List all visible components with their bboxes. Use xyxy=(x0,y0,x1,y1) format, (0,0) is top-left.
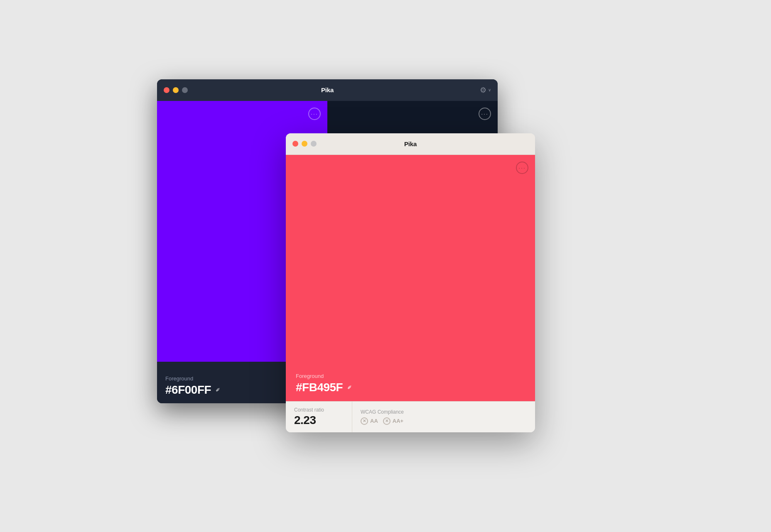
foreground-label-front: Foreground xyxy=(296,373,352,379)
foreground-hex-front: #FB495F xyxy=(296,381,343,394)
contrast-ratio-value-front: 2.23 xyxy=(294,414,344,427)
wcag-aa-plus-x-front: ✕ xyxy=(383,417,390,425)
window-front: Pika ··· Foreground #FB495F ✒ Contrast r… xyxy=(286,133,535,432)
wcag-aa-badge-front: ✕ AA xyxy=(361,417,378,425)
gear-menu-button[interactable]: ⚙ ∨ xyxy=(480,86,491,95)
foreground-info-front: Foreground #FB495F ✒ xyxy=(286,366,362,401)
stats-bar-front: Contrast ratio 2.23 WCAG Compliance ✕ AA… xyxy=(286,401,535,432)
contrast-ratio-label-front: Contrast ratio xyxy=(294,407,344,413)
eyedropper-icon-fg-front[interactable]: ✒ xyxy=(345,382,354,392)
info-bar-front: Foreground #FB495F ✒ xyxy=(286,366,535,401)
wcag-aa-plus-badge-front: ✕ AA+ xyxy=(383,417,403,425)
contrast-ratio-section-front: Contrast ratio 2.23 xyxy=(286,402,352,432)
more-options-button-front[interactable]: ··· xyxy=(516,162,528,174)
foreground-panel-front: ··· xyxy=(286,155,535,366)
eyedropper-icon-fg-back[interactable]: ✒ xyxy=(213,385,223,395)
minimize-button-front[interactable] xyxy=(302,141,307,147)
foreground-value-row-front: #FB495F ✒ xyxy=(296,381,352,394)
wcag-aa-label-front: AA xyxy=(370,418,378,424)
window-title-back: Pika xyxy=(321,86,334,93)
titlebar-back: Pika ⚙ ∨ xyxy=(157,79,498,101)
wcag-label-front: WCAG Compliance xyxy=(361,409,404,415)
traffic-lights-back xyxy=(164,87,188,93)
traffic-lights-front xyxy=(292,141,317,147)
close-button-front[interactable] xyxy=(292,141,298,147)
minimize-button-back[interactable] xyxy=(173,87,179,93)
foreground-hex-back: #6F00FF xyxy=(165,383,211,397)
wcag-section-front: WCAG Compliance ✕ AA ✕ AA+ xyxy=(352,402,412,432)
chevron-down-icon: ∨ xyxy=(488,88,491,92)
fullscreen-button-front[interactable] xyxy=(311,141,317,147)
more-options-button-bg[interactable]: ··· xyxy=(479,108,491,120)
wcag-aa-plus-label-front: AA+ xyxy=(393,418,403,424)
gear-icon: ⚙ xyxy=(480,86,486,95)
wcag-aa-x-front: ✕ xyxy=(361,417,368,425)
wcag-badges-front: ✕ AA ✕ AA+ xyxy=(361,417,404,425)
more-options-button-fg[interactable]: ··· xyxy=(308,108,321,120)
titlebar-front: Pika xyxy=(286,133,535,155)
close-button-back[interactable] xyxy=(164,87,169,93)
scene: Pika ⚙ ∨ ··· ··· Foreground #6F00FF ✒ xyxy=(157,79,614,453)
window-title-front: Pika xyxy=(404,140,417,147)
fullscreen-button-back[interactable] xyxy=(182,87,188,93)
